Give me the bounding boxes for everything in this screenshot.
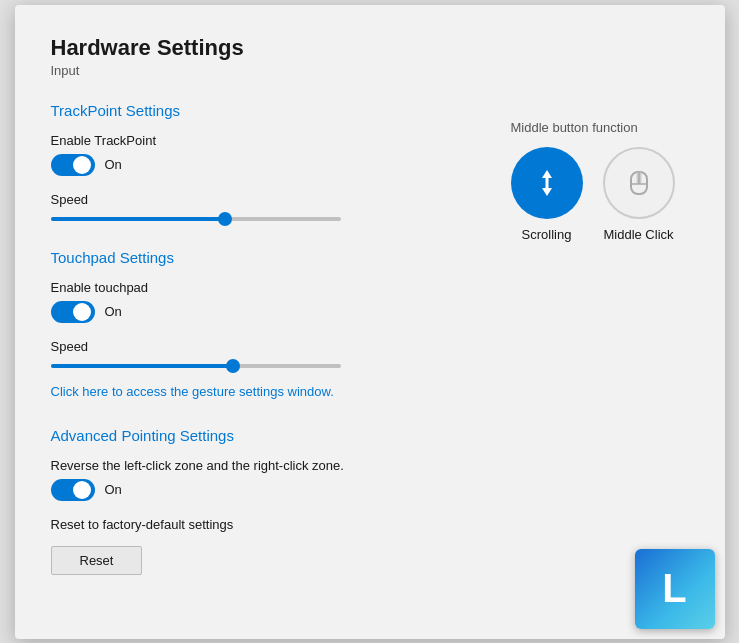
touchpad-speed-label: Speed (51, 339, 689, 354)
reset-button[interactable]: Reset (51, 546, 143, 575)
middle-button-label: Middle button function (511, 120, 675, 135)
touchpad-speed-track (51, 364, 341, 368)
scrolling-label: Scrolling (522, 227, 572, 242)
page-subtitle: Input (51, 63, 689, 78)
middle-button-options: Scrolling Middle Click (511, 147, 675, 242)
trackpoint-title: TrackPoint Settings (51, 102, 689, 119)
svg-marker-0 (542, 170, 552, 178)
touchpad-enable-label: Enable touchpad (51, 280, 689, 295)
middle-click-icon (620, 164, 658, 202)
app-icon-inner: L (635, 549, 715, 629)
touchpad-section: Touchpad Settings Enable touchpad On Spe… (51, 249, 689, 399)
page-title: Hardware Settings (51, 35, 689, 61)
reset-label: Reset to factory-default settings (51, 517, 689, 532)
scrolling-circle (511, 147, 583, 219)
trackpoint-speed-track (51, 217, 341, 221)
svg-rect-2 (545, 177, 548, 189)
touchpad-title: Touchpad Settings (51, 249, 689, 266)
settings-window: Hardware Settings Input TrackPoint Setti… (15, 5, 725, 639)
advanced-section: Advanced Pointing Settings Reverse the l… (51, 427, 689, 575)
trackpoint-toggle-label: On (105, 157, 122, 172)
svg-marker-1 (542, 188, 552, 196)
touchpad-toggle-row: On (51, 301, 689, 323)
advanced-toggle[interactable] (51, 479, 95, 501)
scrolling-icon (528, 164, 566, 202)
middle-click-option[interactable]: Middle Click (603, 147, 675, 242)
middle-click-circle (603, 147, 675, 219)
touchpad-toggle[interactable] (51, 301, 95, 323)
gesture-settings-link[interactable]: Click here to access the gesture setting… (51, 384, 334, 399)
touchpad-speed-row: Speed (51, 339, 689, 368)
advanced-toggle-label: On (105, 482, 122, 497)
reverse-zone-label: Reverse the left-click zone and the righ… (51, 458, 689, 473)
advanced-title: Advanced Pointing Settings (51, 427, 689, 444)
app-icon-letter: L (662, 566, 686, 611)
trackpoint-speed-fill (51, 217, 225, 221)
advanced-toggle-row: On (51, 479, 689, 501)
scrolling-option[interactable]: Scrolling (511, 147, 583, 242)
trackpoint-toggle[interactable] (51, 154, 95, 176)
touchpad-speed-thumb[interactable] (226, 359, 240, 373)
app-icon: L (635, 549, 715, 629)
touchpad-speed-fill (51, 364, 234, 368)
middle-click-label: Middle Click (603, 227, 673, 242)
trackpoint-speed-thumb[interactable] (218, 212, 232, 226)
middle-button-section: Middle button function Scrolling (511, 120, 675, 242)
touchpad-toggle-label: On (105, 304, 122, 319)
